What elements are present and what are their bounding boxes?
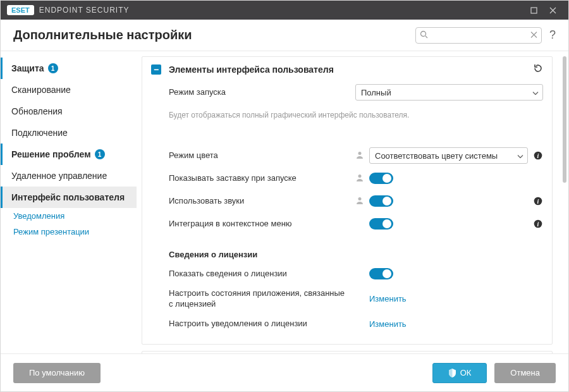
content-scrollbar[interactable] [563,56,566,348]
cancel-button[interactable]: Отмена [494,363,556,383]
svg-text:i: i [537,152,539,159]
label: Настроить состояния приложения, связанны… [169,288,349,310]
sidebar-item-ui[interactable]: Интерфейс пользователя [1,187,137,208]
color-mode-select[interactable]: Соответствовать цвету системы [369,147,528,164]
row-app-states: Настроить состояния приложения, связанны… [169,288,543,310]
product-name: ENDPOINT SECURITY [39,6,130,15]
footer: По умолчанию ОК Отмена [1,353,568,391]
row-license-notif: Настроить уведомления о лицензии Изменит… [169,316,543,333]
row-use-sounds: Использовать звуки i [169,193,543,209]
show-license-toggle[interactable] [369,268,393,279]
sidebar-item-label: Сканирование [11,85,71,95]
info-button[interactable]: i [533,219,543,229]
sidebar-item-label: Подключение [11,128,68,138]
svg-point-2 [358,152,362,155]
show-splash-toggle[interactable] [369,173,393,184]
scrollbar-thumb[interactable] [563,56,566,183]
ok-label: ОК [460,368,472,377]
info-button[interactable]: i [533,150,543,161]
sidebar-item-troubleshoot[interactable]: Решение проблем 1 [1,144,137,165]
window-close-button[interactable] [543,1,562,20]
revert-button[interactable] [533,63,543,75]
search-input[interactable] [415,27,542,44]
clear-search-button[interactable] [530,30,537,40]
row-show-splash: Показывать заставку при запуске [169,170,543,187]
ok-button[interactable]: ОК [432,363,487,383]
svg-point-1 [420,31,425,36]
badge: 1 [95,149,105,159]
select-value: Соответствовать цвету системы [375,151,498,161]
label: Интеграция в контекстное меню [169,219,349,230]
license-section-title: Сведения о лицензии [169,250,543,259]
badge: 1 [48,63,58,73]
panel-body-ui: Режим запуска Полный Будет отображаться … [142,82,552,344]
maximize-icon [530,7,537,14]
label: Использовать звуки [169,196,349,207]
panel-title: Элементы интерфейса пользователя [169,64,519,75]
panel-ui-elements: − Элементы интерфейса пользователя Режим… [142,56,553,345]
chevron-down-icon [532,88,539,97]
user-icon [355,196,364,207]
search-box [415,27,542,44]
page-title: Дополнительные настройки [13,28,192,42]
edit-license-notif-link[interactable]: Изменить [369,319,407,329]
edit-app-states-link[interactable]: Изменить [369,294,407,303]
close-icon [549,7,556,14]
sidebar-sub-notifications[interactable]: Уведомления [1,208,137,224]
row-startup-mode: Режим запуска Полный [169,84,543,101]
label: Режим запуска [169,87,349,98]
shield-icon [448,369,456,377]
description-text: Будет отображаться полный графический ин… [169,111,543,119]
sidebar-item-scanning[interactable]: Сканирование [1,79,137,101]
label: Показать сведения о лицензии [169,269,349,279]
svg-rect-0 [531,8,537,13]
default-button[interactable]: По умолчанию [13,363,101,383]
label: Настроить уведомления о лицензии [169,319,349,329]
row-show-license: Показать сведения о лицензии [169,266,543,282]
sidebar-item-label: Удаленное управление [11,171,107,181]
user-icon [355,150,364,161]
label: Режим цвета [169,150,349,161]
revert-icon [533,63,543,73]
chevron-down-icon [517,151,523,161]
sidebar-item-label: Обновления [11,106,63,116]
logo-eset: ESET [7,5,34,15]
label: Показывать заставку при запуске [169,173,349,184]
sidebar: Защита 1 Сканирование Обновления Подключ… [1,51,137,353]
search-icon [420,30,428,40]
window-maximize-button[interactable] [524,1,543,20]
main-area: Защита 1 Сканирование Обновления Подключ… [1,51,568,353]
sidebar-item-protection[interactable]: Защита 1 [1,58,137,79]
svg-text:i: i [537,221,539,228]
row-color-mode: Режим цвета Соответствовать цвету систем… [169,147,543,164]
row-context-menu: Интеграция в контекстное меню i [169,216,543,232]
panel-header-ui[interactable]: − Элементы интерфейса пользователя [142,57,552,82]
sidebar-item-remote[interactable]: Удаленное управление [1,165,137,187]
svg-point-5 [358,175,362,178]
svg-point-6 [358,197,362,200]
settings-header: Дополнительные настройки ? [1,20,568,51]
sidebar-sub-presentation[interactable]: Режим презентации [1,224,137,240]
use-sounds-toggle[interactable] [369,195,393,207]
collapse-icon: − [151,64,161,75]
info-button[interactable]: i [533,196,543,206]
svg-text:i: i [537,198,539,205]
sidebar-item-label: Интерфейс пользователя [11,192,125,202]
titlebar: ESET ENDPOINT SECURITY [1,1,568,20]
select-value: Полный [361,88,391,97]
sidebar-item-connection[interactable]: Подключение [1,122,137,144]
startup-mode-select[interactable]: Полный [355,84,543,101]
sidebar-item-updates[interactable]: Обновления [1,101,137,122]
content: − Элементы интерфейса пользователя Режим… [137,51,563,353]
user-icon [355,173,364,184]
sidebar-item-label: Решение проблем [11,149,91,159]
help-button[interactable]: ? [549,28,556,42]
sidebar-item-label: Защита [11,63,44,73]
row-startup-desc: Будет отображаться полный графический ин… [169,107,543,123]
context-menu-toggle[interactable] [369,218,393,230]
